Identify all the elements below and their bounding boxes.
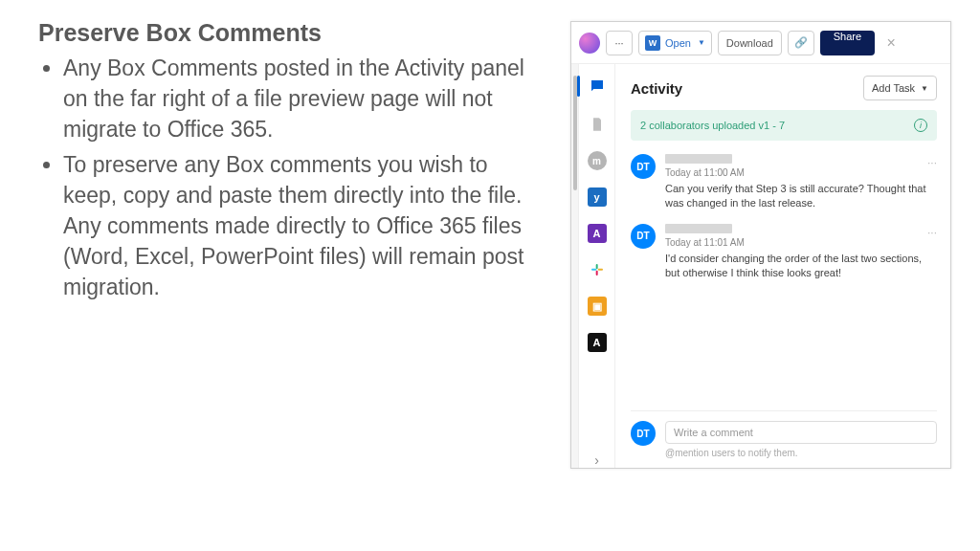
user-avatar-icon[interactable]	[579, 33, 600, 54]
banner-text: 2 collaborators uploaded v1 - 7	[640, 120, 785, 131]
commenter-avatar[interactable]: DT	[631, 224, 656, 249]
document-icon[interactable]	[588, 115, 607, 134]
add-task-button[interactable]: Add Task ▼	[863, 76, 937, 100]
app-icon-security[interactable]: ▣	[588, 297, 607, 316]
download-button[interactable]: Download	[718, 31, 782, 55]
compose-area: DT Write a comment @mention users to not…	[631, 410, 937, 458]
commenter-avatar[interactable]: DT	[631, 154, 656, 179]
more-options-button[interactable]: ···	[606, 31, 633, 55]
comment-item: DT Today at 11:01 AM I'd consider changi…	[631, 224, 937, 280]
close-icon[interactable]: ×	[880, 34, 902, 52]
compose-hint: @mention users to notify them.	[665, 448, 937, 458]
slide-bullets: Any Box Comments posted in the Activity …	[38, 53, 526, 303]
svg-rect-2	[595, 264, 597, 269]
caret-down-icon: ▼	[921, 84, 928, 93]
slide-title: Preserve Box Comments	[38, 19, 526, 47]
app-icon-slack[interactable]	[588, 260, 607, 279]
comment-input[interactable]: Write a comment	[665, 421, 937, 444]
comment-time: Today at 11:00 AM	[665, 167, 937, 178]
svg-rect-1	[597, 269, 602, 271]
app-icon-yammer[interactable]: y	[588, 187, 607, 207]
commenter-name-redacted	[665, 154, 732, 164]
link-button[interactable]: 🔗	[788, 31, 814, 55]
app-icon-adobe[interactable]: A	[588, 224, 607, 243]
comments-icon[interactable]	[589, 77, 606, 98]
commenter-name-redacted	[665, 224, 732, 233]
app-icon-m[interactable]: m	[588, 151, 607, 170]
bullet-item: Any Box Comments posted in the Activity …	[63, 53, 526, 145]
open-label: Open	[665, 37, 691, 49]
panel-title: Activity	[631, 80, 682, 97]
comment-text: Can you verify that Step 3 is still accu…	[665, 182, 937, 210]
preview-toolbar: ··· W Open ▼ Download 🔗 Share ×	[571, 22, 950, 64]
comment-more-icon[interactable]: ···	[927, 226, 937, 239]
share-button[interactable]: Share	[820, 31, 875, 55]
expand-rail-icon[interactable]: ›	[594, 452, 599, 468]
scrollbar[interactable]	[571, 64, 579, 468]
comment-more-icon[interactable]: ···	[927, 156, 937, 169]
box-preview-screenshot: ··· W Open ▼ Download 🔗 Share × m y A	[570, 21, 951, 469]
svg-rect-3	[595, 271, 597, 276]
upload-banner[interactable]: 2 collaborators uploaded v1 - 7 i	[631, 110, 937, 141]
comment-text: I'd consider changing the order of the l…	[665, 252, 937, 280]
caret-down-icon: ▼	[698, 38, 705, 47]
word-icon: W	[645, 35, 660, 51]
comment-item: DT Today at 11:00 AM Can you verify that…	[631, 154, 937, 210]
my-avatar: DT	[631, 421, 656, 446]
app-icon-acrobat[interactable]: A	[588, 333, 607, 352]
info-icon[interactable]: i	[914, 119, 927, 132]
activity-panel: Activity Add Task ▼ 2 collaborators uplo…	[615, 64, 950, 468]
open-button[interactable]: W Open ▼	[638, 31, 712, 55]
svg-rect-0	[591, 269, 596, 271]
bullet-item: To preserve any Box comments you wish to…	[63, 149, 526, 303]
comment-time: Today at 11:01 AM	[665, 237, 937, 248]
app-icon-rail: m y A ▣ A ›	[579, 64, 615, 468]
